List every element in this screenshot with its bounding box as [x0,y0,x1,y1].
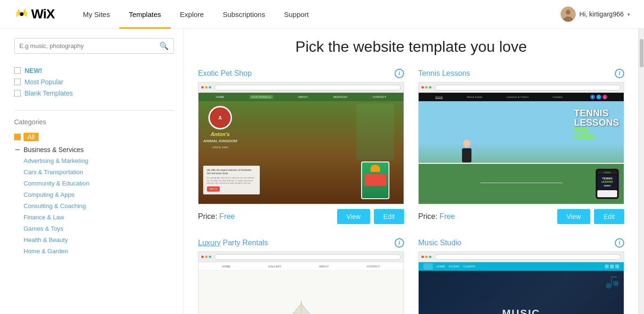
user-greeting: Hi, kirtigarg966 [579,10,624,18]
template-actions-tennis: View Edit [557,209,624,224]
price-label-exotic: Price: [198,212,217,220]
cat-all-icon [14,134,21,140]
child-community[interactable]: Community & Education [24,177,174,189]
nav-explore[interactable]: Explore [171,0,214,29]
scrollbar[interactable] [638,29,644,314]
template-footer-exotic: Price: Free View Edit [198,209,404,224]
search-input[interactable] [19,42,159,49]
child-advertising[interactable]: Advertising & Marketing [24,155,174,166]
child-consulting[interactable]: Consulting & Coaching [24,200,174,211]
tent-illustration [278,301,325,314]
template-header-exotic: Exotic Pet Shop i [198,69,404,78]
template-card-music-studio: Music Studio i [418,238,624,314]
filter-list: NEW! Most Popular Blank Templates [14,65,174,99]
template-info-icon-tennis[interactable]: i [615,69,624,78]
svg-point-4 [20,12,24,16]
template-header-tennis: Tennis Lessons i [418,69,624,78]
svg-point-6 [566,10,570,15]
template-card-exotic-pet-shop: Exotic Pet Shop i HOM [198,69,404,224]
template-preview-tennis[interactable]: Home About Karen Lessons & Clinics Conta… [418,82,624,204]
template-card-luxury-party-rentals: LuxuryLuxury Party Rentals Party Rentals… [198,238,404,314]
cat-business-label: Business & Services [24,146,84,153]
categories-list: All Business & Services Advertising & Ma… [14,131,174,257]
edit-button-exotic[interactable]: Edit [374,209,404,224]
content-area: Pick the website template you love Exoti… [184,29,638,314]
filter-blank[interactable]: Blank Templates [14,88,174,99]
template-actions-exotic: View Edit [337,209,404,224]
avatar [561,7,576,22]
template-header-luxury: LuxuryLuxury Party Rentals Party Rentals… [198,238,404,248]
template-price-tennis: Price: Free [418,212,455,221]
template-info-icon-luxury[interactable]: i [395,238,404,248]
logo[interactable]: WiX [14,7,55,22]
browser-controls-luxury [201,256,211,258]
sidebar: 🔍 NEW! Most Popular Blank Templates Cate… [0,29,184,314]
nav-subscriptions[interactable]: Subscriptions [213,0,274,29]
wix-wordmark: WiX [31,7,55,22]
categories-title: Categories [14,118,174,126]
cat-all-label: All [24,133,39,141]
browser-controls-music [421,256,431,258]
search-box[interactable]: 🔍 [14,38,174,54]
svg-point-16 [613,281,619,286]
view-button-exotic[interactable]: View [337,209,370,224]
scroll-thumb[interactable] [640,39,644,67]
browser-controls [201,86,211,89]
user-avatar-icon [561,7,576,22]
view-button-tennis[interactable]: View [557,209,590,224]
price-label-tennis: Price: [418,212,438,220]
template-preview-exotic[interactable]: HOME OUR ANIMALS ABOUT SERVICES CONTACT … [198,82,404,204]
template-info-icon-music[interactable]: i [615,238,624,248]
filter-blank-label: Blank Templates [25,89,73,97]
cat-business-services[interactable]: Business & Services [14,145,174,155]
filter-popular[interactable]: Most Popular [14,76,174,88]
cat-collapse-icon [14,146,21,153]
template-name-exotic: Exotic Pet Shop [198,69,252,78]
svg-point-13 [606,283,611,289]
user-menu[interactable]: Hi, kirtigarg966 ▾ [561,7,630,22]
nav-my-sites[interactable]: My Sites [74,0,120,29]
music-note-icon [605,275,619,290]
template-preview-music[interactable]: HOME STUDIO CLIENTS MUSIC STUDI [418,251,624,314]
sidebar-divider [14,110,174,111]
child-games[interactable]: Games & Toys [24,223,174,234]
nav-links: My Sites Templates Explore Subscriptions… [74,0,561,29]
search-icon: 🔍 [159,41,169,50]
price-value-tennis: Free [439,212,455,220]
child-computing[interactable]: Computing & Apps [24,189,174,200]
template-info-icon-exotic[interactable]: i [395,69,404,78]
edit-button-tennis[interactable]: Edit [594,209,624,224]
browser-controls-tennis [421,86,431,89]
main-container: 🔍 NEW! Most Popular Blank Templates Cate… [0,29,644,314]
business-children: Advertising & Marketing Cars & Transport… [14,155,174,257]
svg-rect-15 [611,276,617,278]
template-card-tennis-lessons: Tennis Lessons i Home [418,69,624,224]
filter-blank-checkbox[interactable] [14,90,21,97]
page-title: Pick the website template you love [198,38,624,56]
filter-new-label: NEW! [25,67,42,74]
navbar: WiX My Sites Templates Explore Subscript… [0,0,644,29]
price-value-exotic: Free [219,212,235,220]
child-home[interactable]: Home & Garden [24,245,174,257]
template-header-music: Music Studio i [418,238,624,248]
templates-grid: Exotic Pet Shop i HOM [198,69,624,314]
template-preview-luxury[interactable]: HOME GALLERY ABOUT CONTACT [198,251,404,314]
filter-new[interactable]: NEW! [14,65,174,76]
user-menu-chevron-icon: ▾ [627,12,630,17]
cat-all[interactable]: All [14,131,174,143]
template-name-music: Music Studio [418,239,462,247]
filter-popular-checkbox[interactable] [14,79,21,85]
child-finance[interactable]: Finance & Law [24,211,174,223]
template-footer-tennis: Price: Free View Edit [418,209,624,224]
child-health[interactable]: Health & Beauty [24,234,174,245]
template-name-luxury: LuxuryLuxury Party Rentals Party Rentals [198,239,268,247]
nav-templates[interactable]: Templates [119,0,170,29]
filter-new-checkbox[interactable] [14,67,21,74]
template-name-tennis: Tennis Lessons [418,69,470,78]
filter-popular-label: Most Popular [25,78,63,86]
child-cars[interactable]: Cars & Transportation [24,166,174,177]
wix-logo-icon [14,8,29,21]
template-price-exotic: Price: Free [198,212,235,221]
nav-support[interactable]: Support [274,0,318,29]
